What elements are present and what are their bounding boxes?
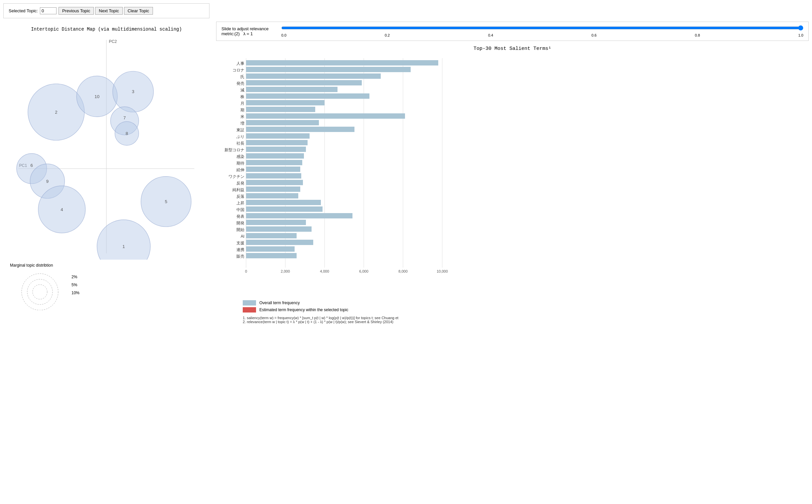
svg-text:AI: AI bbox=[241, 234, 244, 239]
legend-label-estimated: Estimated term frequency within the sele… bbox=[259, 308, 348, 312]
svg-text:増: 増 bbox=[240, 121, 244, 126]
topic-label-4: 4 bbox=[61, 207, 63, 212]
marginal-label-2pct: 2% bbox=[71, 275, 79, 279]
chart-title: Top-30 Most Salient Terms¹ bbox=[216, 46, 809, 52]
bar-純利益 bbox=[246, 187, 300, 192]
slider-container: 0.0 0.2 0.4 0.6 0.8 1.0 bbox=[281, 25, 803, 37]
bar-上昇 bbox=[246, 200, 321, 205]
topic-label-3: 3 bbox=[132, 89, 134, 94]
svg-text:純利益: 純利益 bbox=[232, 188, 244, 192]
svg-text:東証: 東証 bbox=[236, 128, 244, 132]
barchart-svg: 0 2,000 4,000 6,000 8,000 10,000 人事 コロナ bbox=[219, 55, 469, 294]
scatter-svg: PC2 PC1 2 10 3 7 8 bbox=[7, 34, 206, 260]
topic-label-6: 6 bbox=[31, 163, 33, 168]
svg-text:減: 減 bbox=[240, 88, 244, 92]
svg-text:6,000: 6,000 bbox=[359, 269, 368, 273]
marginal-label-5pct: 5% bbox=[71, 283, 79, 287]
svg-text:期待: 期待 bbox=[236, 161, 244, 166]
svg-text:新型コロナ: 新型コロナ bbox=[224, 148, 244, 152]
svg-text:発表: 発表 bbox=[236, 214, 244, 219]
svg-text:4,000: 4,000 bbox=[320, 269, 329, 273]
bar-東証 bbox=[246, 127, 354, 132]
svg-text:中国: 中国 bbox=[236, 207, 244, 212]
bar-期 bbox=[246, 107, 315, 112]
bar-ワクチン bbox=[246, 173, 301, 179]
svg-text:コロナ: コロナ bbox=[232, 68, 244, 72]
topic-label-1: 1 bbox=[122, 244, 125, 249]
bar-減 bbox=[246, 87, 338, 92]
svg-text:連携: 連携 bbox=[236, 247, 244, 252]
svg-text:10,000: 10,000 bbox=[437, 269, 448, 273]
marginal-svg bbox=[10, 270, 70, 310]
bar-感染 bbox=[246, 153, 304, 159]
svg-text:反発: 反発 bbox=[236, 181, 244, 186]
bar-販売 bbox=[246, 253, 297, 258]
topic-label-10: 10 bbox=[94, 94, 99, 99]
svg-text:8,000: 8,000 bbox=[398, 269, 408, 273]
bar-社長 bbox=[246, 140, 308, 145]
bar-米 bbox=[246, 113, 405, 119]
svg-text:ワクチン: ワクチン bbox=[228, 174, 244, 179]
next-topic-button[interactable]: Next Topic bbox=[95, 7, 122, 15]
svg-text:月: 月 bbox=[240, 101, 244, 106]
footnote-1: 1. saliency(term w) = frequency(w) * [su… bbox=[243, 316, 449, 320]
bar-AI bbox=[246, 233, 297, 238]
topic-label-8: 8 bbox=[126, 131, 128, 136]
svg-text:開始: 開始 bbox=[236, 227, 244, 232]
pc2-label: PC2 bbox=[109, 39, 117, 44]
bar-コロナ bbox=[246, 67, 411, 72]
footnote-2: 2. relevance(term w | topic t) = λ * p(w… bbox=[243, 320, 449, 324]
bar-期待 bbox=[246, 160, 302, 165]
selected-topic-label: Selected Topic: bbox=[9, 8, 38, 13]
bar-株 bbox=[246, 93, 369, 99]
left-panel: Intertopic Distance Map (via multidimens… bbox=[3, 22, 209, 324]
selected-topic-input[interactable] bbox=[40, 7, 57, 14]
bar-続伸 bbox=[246, 167, 300, 172]
svg-text:期: 期 bbox=[240, 108, 244, 112]
svg-text:上昇: 上昇 bbox=[236, 201, 244, 205]
previous-topic-button[interactable]: Previous Topic bbox=[59, 7, 94, 15]
main-layout: Intertopic Distance Map (via multidimens… bbox=[0, 22, 812, 324]
bar-氏 bbox=[246, 73, 381, 79]
svg-text:反落: 反落 bbox=[236, 194, 244, 199]
bar-連携 bbox=[246, 246, 295, 252]
clear-topic-button[interactable]: Clear Topic bbox=[124, 7, 153, 15]
map-title: Intertopic Distance Map (via multidimens… bbox=[3, 27, 209, 32]
top-bar: Selected Topic: Previous Topic Next Topi… bbox=[3, 3, 209, 18]
marginal-title: Marginal topic distribtion bbox=[10, 263, 70, 268]
relevance-bar: Slide to adjust relevance metric:(2) λ =… bbox=[216, 22, 809, 41]
bar-発売 bbox=[246, 80, 362, 85]
bar-支援 bbox=[246, 240, 313, 245]
legend-color-estimated bbox=[243, 307, 256, 313]
svg-text:販売: 販売 bbox=[236, 254, 244, 259]
svg-point-3 bbox=[27, 279, 53, 305]
svg-text:感染: 感染 bbox=[236, 154, 244, 159]
svg-text:発売: 発売 bbox=[236, 81, 244, 86]
legend-label-overall: Overall term frequency bbox=[259, 301, 300, 305]
svg-text:0: 0 bbox=[245, 269, 247, 273]
svg-text:氏: 氏 bbox=[240, 74, 244, 79]
svg-text:2,000: 2,000 bbox=[281, 269, 290, 273]
topic-circle-1[interactable] bbox=[97, 220, 151, 260]
bar-増 bbox=[246, 120, 319, 125]
slider-labels: 0.0 0.2 0.4 0.6 0.8 1.0 bbox=[281, 33, 803, 37]
svg-text:開発: 開発 bbox=[236, 221, 244, 225]
scatter-container: PC2 PC1 2 10 3 7 8 bbox=[7, 34, 206, 260]
bar-中国 bbox=[246, 206, 323, 212]
topic-label-7: 7 bbox=[123, 115, 126, 120]
svg-text:支援: 支援 bbox=[236, 241, 244, 245]
legend-item-estimated: Estimated term frequency within the sele… bbox=[243, 307, 809, 313]
bar-人事 bbox=[246, 60, 438, 65]
bar-反落 bbox=[246, 193, 298, 198]
bar-開始 bbox=[246, 226, 312, 232]
legend-color-overall bbox=[243, 300, 256, 306]
relevance-slider[interactable] bbox=[281, 25, 803, 31]
bar-開発 bbox=[246, 220, 306, 225]
legend-section: Overall term frequency Estimated term fr… bbox=[216, 300, 809, 313]
svg-text:株: 株 bbox=[240, 94, 244, 99]
barchart-wrapper: 0 2,000 4,000 6,000 8,000 10,000 人事 コロナ bbox=[219, 55, 809, 295]
right-panel: Slide to adjust relevance metric:(2) λ =… bbox=[209, 22, 809, 324]
svg-text:続伸: 続伸 bbox=[236, 168, 244, 172]
bar-ぶり bbox=[246, 133, 310, 139]
topic-label-5: 5 bbox=[165, 199, 167, 204]
